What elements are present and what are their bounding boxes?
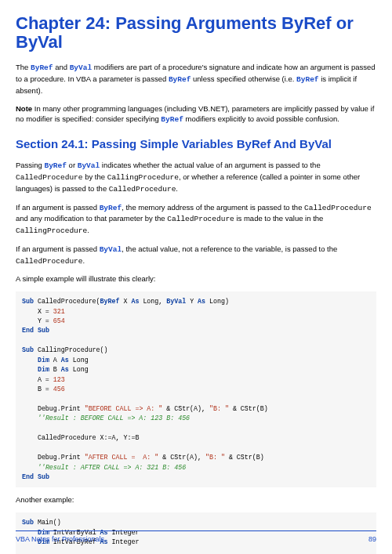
note-label: Note <box>16 104 32 113</box>
kw-byref: ByRef <box>161 115 183 124</box>
txt: unless specified otherwise (i.e. <box>191 74 296 83</box>
code-block-1: Sub CalledProcedure(ByRef X As Long, ByV… <box>16 291 376 487</box>
code-inline: CalledProcedure <box>16 173 83 182</box>
txt: If an argument is passed <box>16 203 100 212</box>
txt: . <box>83 256 85 265</box>
txt: is made to the value in the <box>234 214 324 223</box>
section-p5: Another example: <box>16 494 376 505</box>
page-footer: VBA Notes for Professionals 89 <box>16 530 376 545</box>
note-paragraph: Note In many other programming languages… <box>16 103 376 126</box>
txt: and <box>53 63 70 71</box>
kw-byref: ByRef <box>44 161 67 170</box>
txt: , the actual value, not a reference to t… <box>122 244 337 253</box>
chapter-title: Chapter 24: Passing Arguments ByRef or B… <box>16 14 376 52</box>
intro-paragraph: The ByRef and ByVal modifiers are part o… <box>16 62 376 96</box>
kw-byref: ByRef <box>31 63 53 72</box>
section-p1: Passing ByRef or ByVal indicates whether… <box>16 160 376 194</box>
txt: indicates whether the actual value of an… <box>100 161 320 169</box>
txt: . <box>176 184 178 193</box>
kw-byref: ByRef <box>169 75 191 84</box>
footer-right: 89 <box>368 534 376 545</box>
txt: or <box>67 161 78 169</box>
code-inline: CallingProcedure <box>107 173 179 182</box>
txt: . <box>87 226 89 234</box>
kw-byval: ByVal <box>78 161 100 170</box>
code-inline: CalledProcedure <box>167 215 234 223</box>
code-inline: CalledProcedure <box>109 185 176 194</box>
kw-byref: ByRef <box>296 75 319 84</box>
txt: If an argument is passed <box>16 244 100 253</box>
txt: and any modification to that parameter b… <box>16 214 167 223</box>
txt: by the <box>83 172 107 181</box>
section-p2: If an argument is passed ByRef, the memo… <box>16 202 376 237</box>
txt: , the memory address of the argument is … <box>122 203 304 212</box>
code-inline: CallingProcedure <box>16 226 87 235</box>
kw-byval: ByVal <box>70 63 93 72</box>
kw-byval: ByVal <box>100 245 122 254</box>
footer-left: VBA Notes for Professionals <box>16 534 104 545</box>
txt: The <box>16 63 31 71</box>
txt: Passing <box>16 161 44 169</box>
code-inline: CalledProcedure <box>304 204 372 212</box>
section-p4: A simple example will illustrate this cl… <box>16 273 376 284</box>
kw-byref: ByRef <box>100 204 122 212</box>
code-inline: CalledProcedure <box>16 257 83 266</box>
txt: modifiers explicitly to avoid possible c… <box>183 114 339 123</box>
section-p3: If an argument is passed ByVal, the actu… <box>16 244 376 267</box>
section-title: Section 24.1: Passing Simple Variables B… <box>16 136 376 152</box>
